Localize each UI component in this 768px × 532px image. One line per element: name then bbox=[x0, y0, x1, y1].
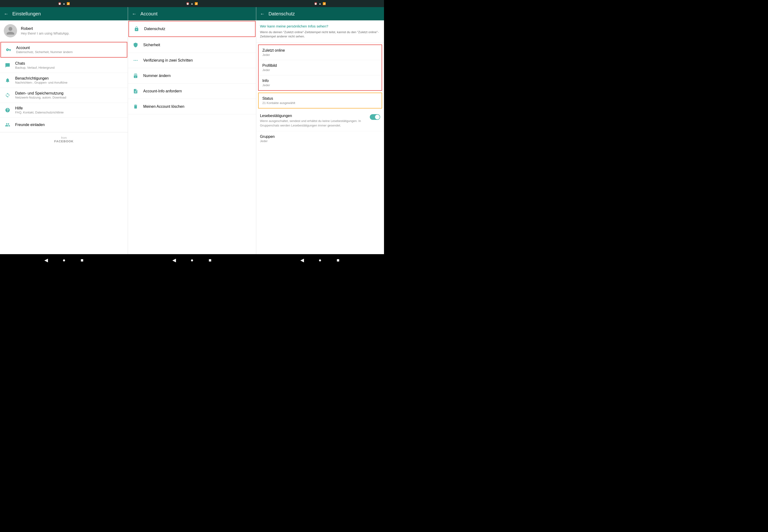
account-content: Datenschutz Sicherheit Verifizierung in … bbox=[128, 20, 256, 254]
clock-icon-2: ⏰ bbox=[186, 2, 189, 5]
account-item-nummer[interactable]: Nummer ändern bbox=[128, 68, 256, 84]
privacy-item-info[interactable]: Info Jeder bbox=[258, 75, 381, 90]
lesebestaetigung-desc: Wenn ausgeschaltet, sendest und erhältst… bbox=[260, 119, 368, 127]
info-title: Info bbox=[262, 79, 378, 83]
account-item-subtitle: Datenschutz, Sicherheit, Nummer ändern bbox=[16, 50, 73, 54]
account-item-verifizierung[interactable]: Verifizierung in zwei Schritten bbox=[128, 53, 256, 68]
einstellungen-back-button[interactable]: ← bbox=[4, 11, 9, 17]
signal-icon-1: 📶 bbox=[67, 2, 70, 5]
account-back-button[interactable]: ← bbox=[132, 11, 136, 17]
settings-item-invite[interactable]: Freunde einladen bbox=[0, 118, 128, 132]
panels-container: ← Einstellungen Robert Hey there! I am u… bbox=[0, 7, 384, 254]
settings-item-data[interactable]: Daten- und Speichernutzung Netzwerk-Nutz… bbox=[0, 88, 128, 103]
wifi-icon-3: ▲ bbox=[319, 2, 321, 5]
facebook-from-label: from bbox=[4, 136, 124, 140]
key-icon bbox=[5, 46, 12, 54]
account-header: ← Account bbox=[128, 7, 256, 20]
back-nav-button-left[interactable]: ◀ bbox=[42, 256, 50, 264]
data-item-text: Daten- und Speichernutzung Netzwerk-Nutz… bbox=[15, 91, 66, 99]
account-item-delete[interactable]: Meinen Account löschen bbox=[128, 99, 256, 114]
datenschutz-content: Wer kann meine persönlichen Infos sehen?… bbox=[256, 20, 384, 254]
two-step-icon bbox=[132, 57, 139, 64]
data-item-subtitle: Netzwerk-Nutzung, autom. Download bbox=[15, 96, 66, 99]
svg-point-1 bbox=[135, 60, 136, 61]
recent-nav-button-center[interactable]: ■ bbox=[206, 256, 214, 264]
settings-item-account[interactable]: Account Datenschutz, Sicherheit, Nummer … bbox=[0, 42, 127, 58]
phone-icon bbox=[132, 72, 139, 80]
panel-datenschutz: ← Datenschutz Wer kann meine persönliche… bbox=[256, 7, 384, 254]
help-item-title: Hilfe bbox=[15, 106, 63, 110]
settings-item-chats[interactable]: Chats Backup, Verlauf, Hintergrund bbox=[0, 58, 128, 73]
clock-icon-1: ⏰ bbox=[58, 2, 61, 5]
settings-item-notifications[interactable]: Benachrichtigungen Nachrichten-, Gruppen… bbox=[0, 73, 128, 88]
account-item-sicherheit[interactable]: Sicherheit bbox=[128, 37, 256, 53]
status-bar: ⏰ ▲ 📶 ⏰ ▲ 📶 ⏰ ▲ 📶 bbox=[0, 0, 384, 7]
lesebestaetigung-text: Lesebestätigungen Wenn ausgeschaltet, se… bbox=[260, 114, 368, 127]
home-nav-button-right[interactable]: ● bbox=[316, 256, 324, 264]
chats-item-title: Chats bbox=[15, 61, 54, 66]
wifi-icon-1: ▲ bbox=[63, 2, 65, 5]
clock-icon-3: ⏰ bbox=[314, 2, 317, 5]
recent-nav-button-left[interactable]: ■ bbox=[78, 256, 86, 264]
profile-name: Robert bbox=[21, 26, 69, 31]
panel-account: ← Account Datenschutz Sicherheit bbox=[128, 7, 256, 254]
verifizierung-label: Verifizierung in zwei Schritten bbox=[143, 58, 193, 63]
zuletzt-online-value: Jeder bbox=[262, 53, 378, 57]
help-item-text: Hilfe FAQ, Kontakt, Datenschutzrichtlini… bbox=[15, 106, 63, 114]
invite-item-text: Freunde einladen bbox=[15, 123, 45, 127]
privacy-question: Wer kann meine persönlichen Infos sehen? bbox=[260, 24, 380, 28]
wifi-icon-2: ▲ bbox=[191, 2, 193, 5]
notifications-item-text: Benachrichtigungen Nachrichten-, Gruppen… bbox=[15, 76, 67, 84]
status-title: Status bbox=[262, 96, 378, 101]
status-bar-right: ⏰ ▲ 📶 bbox=[256, 2, 384, 5]
privacy-item-gruppen[interactable]: Gruppen Jeder bbox=[256, 131, 384, 146]
privacy-item-zuletzt-online[interactable]: Zuletzt online Jeder bbox=[258, 45, 381, 60]
shield-icon bbox=[132, 41, 139, 49]
notifications-item-title: Benachrichtigungen bbox=[15, 76, 67, 81]
back-nav-button-right[interactable]: ◀ bbox=[298, 256, 306, 264]
status-bar-left: ⏰ ▲ 📶 bbox=[0, 2, 128, 5]
einstellungen-content: Robert Hey there! I am using WhatsApp. A… bbox=[0, 20, 128, 254]
chats-item-subtitle: Backup, Verlauf, Hintergrund bbox=[15, 66, 54, 69]
info-value: Jeder bbox=[262, 83, 378, 87]
privacy-description: Wenn du deinen "Zuletzt online"-Zeitstem… bbox=[260, 30, 380, 39]
home-nav-button-center[interactable]: ● bbox=[188, 256, 196, 264]
chats-item-text: Chats Backup, Verlauf, Hintergrund bbox=[15, 61, 54, 69]
account-item-datenschutz[interactable]: Datenschutz bbox=[128, 21, 255, 37]
profile-status: Hey there! I am using WhatsApp. bbox=[21, 32, 69, 35]
settings-item-help[interactable]: Hilfe FAQ, Kontakt, Datenschutzrichtlini… bbox=[0, 103, 128, 118]
datenschutz-back-button[interactable]: ← bbox=[260, 11, 265, 17]
help-icon bbox=[4, 106, 11, 114]
profile-section[interactable]: Robert Hey there! I am using WhatsApp. bbox=[0, 20, 128, 41]
account-info-label: Account-Info anfordern bbox=[143, 89, 182, 93]
status-bar-center: ⏰ ▲ 📶 bbox=[128, 2, 256, 5]
signal-icon-3: 📶 bbox=[322, 2, 326, 5]
datenschutz-header: ← Datenschutz bbox=[256, 7, 384, 20]
privacy-item-profilbild[interactable]: Profilbild Jeder bbox=[258, 60, 381, 75]
recent-nav-button-right[interactable]: ■ bbox=[334, 256, 342, 264]
privacy-group-red: Zuletzt online Jeder Profilbild Jeder In… bbox=[258, 45, 382, 91]
delete-account-label: Meinen Account löschen bbox=[143, 104, 184, 109]
privacy-item-lesebestaetigung[interactable]: Lesebestätigungen Wenn ausgeschaltet, se… bbox=[256, 110, 384, 131]
lock-icon bbox=[133, 25, 140, 33]
lesebestaetigung-title: Lesebestätigungen bbox=[260, 114, 368, 118]
avatar bbox=[4, 24, 17, 37]
panel-einstellungen: ← Einstellungen Robert Hey there! I am u… bbox=[0, 7, 128, 254]
account-item-title: Account bbox=[16, 46, 73, 50]
document-icon bbox=[132, 87, 139, 95]
trash-icon bbox=[132, 103, 139, 110]
bell-icon bbox=[4, 77, 11, 84]
sicherheit-label: Sicherheit bbox=[143, 43, 160, 47]
profilbild-value: Jeder bbox=[262, 68, 378, 72]
signal-icon-2: 📶 bbox=[195, 2, 198, 5]
account-item-info[interactable]: Account-Info anfordern bbox=[128, 84, 256, 99]
privacy-item-status[interactable]: Status 21 Kontakte ausgewählt bbox=[258, 93, 381, 108]
chat-icon bbox=[4, 62, 11, 69]
back-nav-button-center[interactable]: ◀ bbox=[170, 256, 178, 264]
zuletzt-online-title: Zuletzt online bbox=[262, 48, 378, 53]
lesebestaetigung-toggle[interactable] bbox=[370, 114, 380, 120]
einstellungen-title: Einstellungen bbox=[12, 11, 41, 17]
avatar-icon bbox=[6, 26, 15, 36]
nav-center: ◀ ● ■ bbox=[128, 256, 256, 264]
home-nav-button-left[interactable]: ● bbox=[60, 256, 68, 264]
